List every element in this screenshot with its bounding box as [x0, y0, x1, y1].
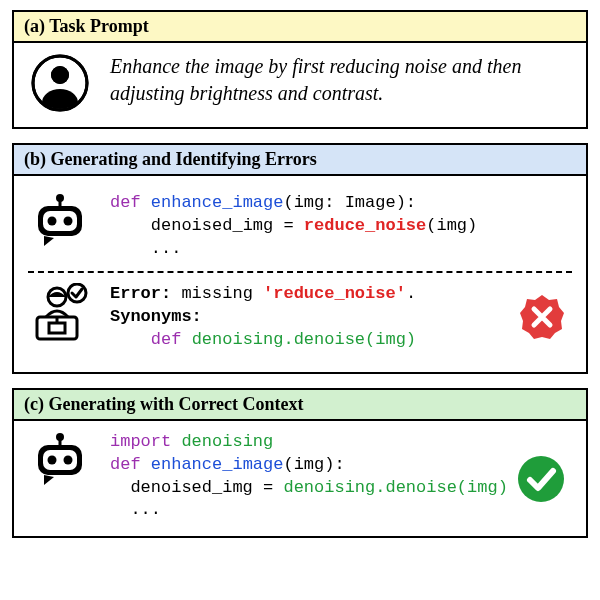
panel-c-body: import denoising def enhance_image(img):…	[14, 421, 586, 537]
svg-point-21	[48, 455, 57, 464]
svg-rect-18	[59, 439, 62, 445]
fix-call: denoising.denoise(img)	[192, 330, 416, 349]
panel-b-error-row: Error: missing 'reduce_noise'. Synonyms:…	[28, 277, 572, 358]
fn-sig: (img: Image):	[283, 193, 416, 212]
corrected-code: import denoising def enhance_image(img):…	[110, 431, 572, 523]
kw-def-3: def	[110, 455, 141, 474]
reviewer-icon	[28, 283, 92, 343]
error-msg: missing	[171, 284, 263, 303]
robot-icon	[28, 192, 92, 248]
svg-point-4	[51, 66, 69, 84]
error-block: Error: missing 'reduce_noise'. Synonyms:…	[110, 283, 572, 352]
error-badge-icon	[518, 293, 566, 341]
error-label: Error:	[110, 284, 171, 303]
svg-point-11	[64, 217, 73, 226]
dashed-divider	[28, 271, 572, 273]
kw-def-2: def	[151, 330, 182, 349]
panel-b-gen-row: def enhance_image(img: Image): denoised_…	[28, 186, 572, 267]
kw-import: import	[110, 432, 171, 451]
panel-a-header: (a) Task Prompt	[14, 12, 586, 43]
generated-code: def enhance_image(img: Image): denoised_…	[110, 192, 572, 261]
svg-point-23	[518, 456, 564, 502]
task-prompt-text: Enhance the image by first reducing nois…	[110, 53, 572, 107]
success-badge-icon	[516, 454, 566, 504]
panel-errors: (b) Generating and Identifying Errors de…	[12, 143, 588, 374]
call-arg: (img)	[426, 216, 477, 235]
bad-call: reduce_noise	[304, 216, 426, 235]
svg-point-10	[48, 217, 57, 226]
module-name: denoising	[181, 432, 273, 451]
fn-name: enhance_image	[151, 193, 284, 212]
good-call: denoising.denoise(img)	[283, 478, 507, 497]
svg-rect-13	[49, 323, 65, 333]
robot-icon	[28, 431, 92, 487]
fn-sig-2: (img):	[283, 455, 344, 474]
panel-correct: (c) Generating with Correct Context impo…	[12, 388, 588, 539]
fn-name-2: enhance_image	[151, 455, 284, 474]
synonyms-label: Synonyms:	[110, 307, 202, 326]
code-ellipsis: ...	[151, 239, 182, 258]
panel-task-prompt: (a) Task Prompt Enhance the image by fir…	[12, 10, 588, 129]
panel-a-body: Enhance the image by first reducing nois…	[14, 43, 586, 127]
svg-rect-7	[59, 200, 62, 206]
kw-def: def	[110, 193, 141, 212]
panel-b-header: (b) Generating and Identifying Errors	[14, 145, 586, 176]
panel-c-header: (c) Generating with Correct Context	[14, 390, 586, 421]
panel-b-body: def enhance_image(img: Image): denoised_…	[14, 176, 586, 372]
error-dot: .	[406, 284, 416, 303]
user-icon	[28, 53, 92, 113]
missing-name: 'reduce_noise'	[263, 284, 406, 303]
code-ellipsis-2: ...	[130, 500, 161, 519]
assign-lhs-2: denoised_img =	[130, 478, 283, 497]
assign-lhs: denoised_img =	[151, 216, 304, 235]
svg-point-22	[64, 455, 73, 464]
